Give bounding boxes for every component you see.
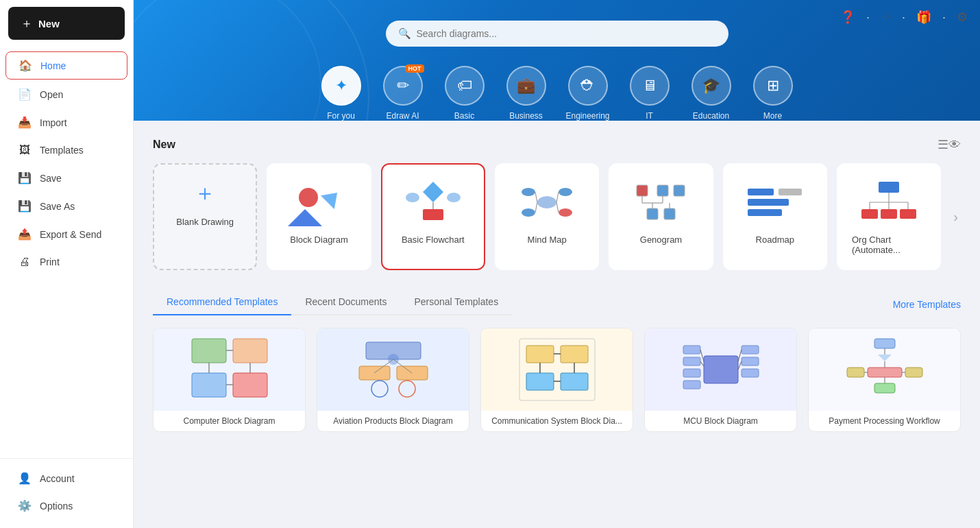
svg-rect-86	[905, 368, 922, 377]
new-section-action[interactable]: ☰👁	[938, 137, 961, 152]
help-icon[interactable]: ❓	[840, 10, 855, 25]
sidebar-export-label: Export & Send	[40, 229, 101, 240]
settings-icon[interactable]: ⚙	[957, 10, 968, 25]
svg-rect-66	[683, 346, 700, 354]
category-more[interactable]: ⊞ More	[749, 66, 797, 121]
svg-point-9	[522, 188, 535, 196]
sidebar-item-print[interactable]: 🖨 Print	[5, 249, 127, 275]
edraw-ai-label: Edraw AI	[386, 111, 419, 121]
svg-point-6	[406, 193, 419, 202]
drawing-cards: ＋ Blank Drawing Block Diagram	[153, 163, 961, 270]
save-icon: 💾	[18, 171, 32, 184]
sidebar-item-import[interactable]: 📥 Import	[5, 109, 127, 136]
apps-icon[interactable]: ⁘	[881, 10, 891, 25]
block-diagram-label: Block Diagram	[290, 235, 348, 245]
sidebar-item-open[interactable]: 📄 Open	[5, 81, 127, 108]
template-label-aviation: Aviation Products Block Diagram	[317, 411, 469, 431]
category-engineering[interactable]: ⛑ Engineering	[564, 66, 612, 121]
roadmap-card[interactable]: Roadmap	[723, 163, 827, 270]
education-label: Education	[693, 111, 729, 121]
more-circle: ⊞	[753, 66, 793, 106]
category-business[interactable]: 💼 Business	[502, 66, 550, 121]
category-basic[interactable]: 🏷 Basic	[441, 66, 489, 121]
new-section-title: New	[153, 139, 175, 151]
svg-line-74	[700, 361, 704, 366]
sidebar-templates-label: Templates	[40, 145, 84, 156]
template-card-aviation[interactable]: Aviation Products Block Diagram	[317, 328, 469, 432]
separator2: ·	[902, 10, 905, 25]
sidebar-open-label: Open	[40, 89, 63, 100]
sidebar: ＋ New 🏠 Home 📄 Open 📥 Import 🖼 Templates…	[0, 0, 134, 528]
new-button[interactable]: ＋ New	[8, 7, 125, 40]
gift-icon[interactable]: 🎁	[916, 10, 931, 25]
account-icon: 👤	[18, 472, 32, 485]
svg-rect-77	[874, 339, 895, 348]
tabs-row: Recommended Templates Recent Documents P…	[153, 289, 961, 328]
sidebar-item-options[interactable]: ⚙️ Options	[5, 492, 127, 519]
tab-personal[interactable]: Personal Templates	[400, 289, 512, 315]
more-templates-link[interactable]: More Templates	[893, 299, 961, 318]
svg-rect-27	[748, 189, 774, 195]
chevron-right-icon: ›	[953, 209, 958, 225]
svg-line-75	[738, 350, 742, 361]
template-card-communication[interactable]: Communication System Block Dia...	[480, 328, 633, 432]
template-card-mcu[interactable]: MCU Block Diagram	[644, 328, 797, 432]
sidebar-item-export[interactable]: 📤 Export & Send	[5, 221, 127, 248]
import-icon: 📥	[18, 116, 32, 129]
category-for-you[interactable]: ✦ For you	[317, 66, 365, 121]
basic-flowchart-card[interactable]: Basic Flowchart	[381, 163, 485, 270]
basic-circle: 🏷	[445, 66, 485, 106]
business-label: Business	[509, 111, 543, 121]
category-it[interactable]: 🖥 IT	[626, 66, 674, 121]
cards-scroll-right[interactable]: ›	[951, 163, 961, 270]
plus-icon: ＋	[21, 15, 33, 32]
category-edraw-ai[interactable]: ✏ HOT Edraw AI	[379, 66, 427, 121]
it-label: IT	[646, 111, 653, 121]
sidebar-item-save[interactable]: 💾 Save	[5, 165, 127, 191]
svg-rect-43	[233, 373, 267, 397]
svg-rect-28	[748, 199, 789, 206]
category-education[interactable]: 🎓 Education	[687, 66, 735, 121]
sidebar-saveas-label: Save As	[40, 201, 75, 212]
tab-recommended[interactable]: Recommended Templates	[153, 289, 291, 315]
block-diagram-card[interactable]: Block Diagram	[267, 163, 371, 270]
svg-rect-42	[192, 373, 226, 397]
template-img-computer-block	[154, 328, 305, 411]
svg-rect-20	[647, 208, 658, 219]
sidebar-item-account[interactable]: 👤 Account	[5, 465, 127, 492]
for-you-circle: ✦	[321, 66, 361, 106]
genogram-card[interactable]: Genogram	[609, 163, 713, 270]
roadmap-label: Roadmap	[756, 235, 794, 245]
mind-map-card[interactable]: Mind Map	[495, 163, 599, 270]
org-chart-card[interactable]: Org Chart (Automate...	[837, 163, 941, 270]
svg-marker-79	[878, 355, 892, 361]
engineering-label: Engineering	[565, 111, 609, 121]
sidebar-item-save-as[interactable]: 💾 Save As	[5, 193, 127, 219]
sidebar-item-home[interactable]: 🏠 Home	[5, 51, 127, 80]
engineering-circle: ⛑	[568, 66, 608, 106]
save-as-icon: 💾	[18, 200, 32, 213]
sidebar-item-templates[interactable]: 🖼 Templates	[5, 137, 127, 163]
basic-icon: 🏷	[457, 77, 472, 95]
blank-drawing-card[interactable]: ＋ Blank Drawing	[153, 163, 257, 270]
svg-rect-17	[637, 185, 648, 196]
search-input[interactable]	[417, 28, 716, 39]
content-area: New ☰👁 ＋ Blank Drawing Block Diagram	[134, 121, 980, 528]
org-chart-preview	[858, 178, 920, 226]
business-icon: 💼	[517, 77, 535, 95]
sidebar-print-label: Print	[40, 256, 60, 267]
svg-rect-50	[397, 366, 428, 380]
search-bar[interactable]: 🔍	[386, 21, 728, 47]
genogram-label: Genogram	[640, 235, 682, 245]
template-label-mcu: MCU Block Diagram	[645, 411, 796, 431]
template-card-payment[interactable]: Payment Processing Workflow	[808, 328, 961, 432]
separator: ·	[866, 10, 870, 25]
svg-line-16	[556, 202, 559, 213]
print-icon: 🖨	[18, 256, 32, 268]
tab-recent[interactable]: Recent Documents	[291, 289, 400, 315]
svg-rect-57	[526, 346, 554, 363]
template-card-computer-block[interactable]: Computer Block Diagram	[153, 328, 306, 432]
svg-rect-34	[900, 209, 916, 219]
svg-marker-3	[423, 182, 443, 202]
genogram-preview	[630, 178, 691, 226]
